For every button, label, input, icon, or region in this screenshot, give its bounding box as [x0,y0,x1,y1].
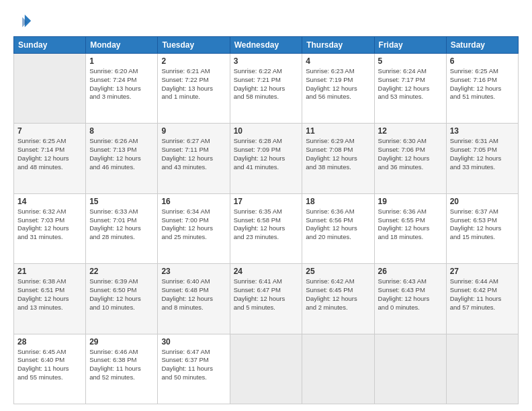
day-info: Sunrise: 6:37 AM Sunset: 6:53 PM Dayligh… [450,208,515,242]
day-cell: 6Sunrise: 6:25 AM Sunset: 7:16 PM Daylig… [446,54,518,124]
day-number: 20 [450,197,515,206]
logo [13,12,34,31]
day-number: 25 [306,267,370,276]
day-cell: 23Sunrise: 6:40 AM Sunset: 6:48 PM Dayli… [158,264,230,334]
weekday-header-wednesday: Wednesday [230,37,302,54]
day-info: Sunrise: 6:45 AM Sunset: 6:40 PM Dayligh… [17,348,82,382]
day-number: 21 [17,267,82,276]
day-cell: 10Sunrise: 6:28 AM Sunset: 7:09 PM Dayli… [230,124,302,193]
day-info: Sunrise: 6:30 AM Sunset: 7:06 PM Dayligh… [378,137,443,171]
day-cell [302,334,374,404]
day-number: 12 [378,126,443,136]
day-cell: 9Sunrise: 6:27 AM Sunset: 7:11 PM Daylig… [158,124,230,193]
day-info: Sunrise: 6:47 AM Sunset: 6:37 PM Dayligh… [161,348,226,382]
day-info: Sunrise: 6:32 AM Sunset: 7:03 PM Dayligh… [17,208,82,242]
day-cell: 19Sunrise: 6:36 AM Sunset: 6:55 PM Dayli… [374,193,446,263]
day-info: Sunrise: 6:25 AM Sunset: 7:16 PM Dayligh… [450,67,515,101]
day-info: Sunrise: 6:24 AM Sunset: 7:17 PM Dayligh… [378,67,443,101]
day-info: Sunrise: 6:26 AM Sunset: 7:13 PM Dayligh… [89,137,154,171]
weekday-row: SundayMondayTuesdayWednesdayThursdayFrid… [14,37,519,54]
page: SundayMondayTuesdayWednesdayThursdayFrid… [0,0,532,411]
day-number: 19 [378,197,443,206]
day-cell: 28Sunrise: 6:45 AM Sunset: 6:40 PM Dayli… [14,334,86,404]
day-cell: 21Sunrise: 6:38 AM Sunset: 6:51 PM Dayli… [14,264,86,334]
day-cell: 22Sunrise: 6:39 AM Sunset: 6:50 PM Dayli… [86,264,158,334]
day-number: 6 [450,56,515,66]
day-cell: 29Sunrise: 6:46 AM Sunset: 6:38 PM Dayli… [86,334,158,404]
day-number: 24 [234,267,299,276]
day-number: 17 [234,197,299,206]
day-cell: 27Sunrise: 6:44 AM Sunset: 6:42 PM Dayli… [446,264,518,334]
day-info: Sunrise: 6:40 AM Sunset: 6:48 PM Dayligh… [161,277,226,312]
logo-icon [13,12,32,31]
week-row-1: 1Sunrise: 6:20 AM Sunset: 7:24 PM Daylig… [14,54,519,124]
weekday-header-friday: Friday [374,37,446,54]
header [13,12,519,31]
day-info: Sunrise: 6:36 AM Sunset: 6:55 PM Dayligh… [378,208,443,242]
day-info: Sunrise: 6:28 AM Sunset: 7:09 PM Dayligh… [234,137,299,171]
day-number: 3 [234,56,299,66]
day-info: Sunrise: 6:39 AM Sunset: 6:50 PM Dayligh… [89,277,154,312]
day-number: 29 [89,337,154,347]
day-cell [230,334,302,404]
day-info: Sunrise: 6:22 AM Sunset: 7:21 PM Dayligh… [234,67,299,101]
day-info: Sunrise: 6:34 AM Sunset: 7:00 PM Dayligh… [161,208,226,242]
day-cell: 30Sunrise: 6:47 AM Sunset: 6:37 PM Dayli… [158,334,230,404]
day-cell [374,334,446,404]
day-number: 18 [306,197,370,206]
day-cell: 25Sunrise: 6:42 AM Sunset: 6:45 PM Dayli… [302,264,374,334]
day-cell: 14Sunrise: 6:32 AM Sunset: 7:03 PM Dayli… [14,193,86,263]
day-info: Sunrise: 6:20 AM Sunset: 7:24 PM Dayligh… [89,67,154,101]
day-info: Sunrise: 6:27 AM Sunset: 7:11 PM Dayligh… [161,137,226,171]
day-info: Sunrise: 6:23 AM Sunset: 7:19 PM Dayligh… [306,67,370,101]
week-row-4: 21Sunrise: 6:38 AM Sunset: 6:51 PM Dayli… [14,264,519,334]
calendar-header: SundayMondayTuesdayWednesdayThursdayFrid… [14,37,519,54]
weekday-header-sunday: Sunday [14,37,86,54]
day-info: Sunrise: 6:46 AM Sunset: 6:38 PM Dayligh… [89,348,154,382]
day-cell [446,334,518,404]
day-number: 5 [378,56,443,66]
day-cell: 5Sunrise: 6:24 AM Sunset: 7:17 PM Daylig… [374,54,446,124]
day-number: 8 [89,126,154,136]
day-cell: 20Sunrise: 6:37 AM Sunset: 6:53 PM Dayli… [446,193,518,263]
day-cell: 17Sunrise: 6:35 AM Sunset: 6:58 PM Dayli… [230,193,302,263]
day-cell: 7Sunrise: 6:25 AM Sunset: 7:14 PM Daylig… [14,124,86,193]
day-cell: 2Sunrise: 6:21 AM Sunset: 7:22 PM Daylig… [158,54,230,124]
day-cell: 1Sunrise: 6:20 AM Sunset: 7:24 PM Daylig… [86,54,158,124]
day-info: Sunrise: 6:44 AM Sunset: 6:42 PM Dayligh… [450,277,515,312]
week-row-3: 14Sunrise: 6:32 AM Sunset: 7:03 PM Dayli… [14,193,519,263]
weekday-header-saturday: Saturday [446,37,518,54]
day-number: 11 [306,126,370,136]
day-number: 23 [161,267,226,276]
weekday-header-tuesday: Tuesday [158,37,230,54]
day-info: Sunrise: 6:33 AM Sunset: 7:01 PM Dayligh… [89,208,154,242]
day-number: 4 [306,56,370,66]
day-info: Sunrise: 6:25 AM Sunset: 7:14 PM Dayligh… [17,137,82,171]
day-info: Sunrise: 6:38 AM Sunset: 6:51 PM Dayligh… [17,277,82,312]
day-info: Sunrise: 6:36 AM Sunset: 6:56 PM Dayligh… [306,208,370,242]
day-info: Sunrise: 6:21 AM Sunset: 7:22 PM Dayligh… [161,67,226,101]
day-info: Sunrise: 6:31 AM Sunset: 7:05 PM Dayligh… [450,137,515,171]
day-cell: 18Sunrise: 6:36 AM Sunset: 6:56 PM Dayli… [302,193,374,263]
day-cell: 8Sunrise: 6:26 AM Sunset: 7:13 PM Daylig… [86,124,158,193]
day-info: Sunrise: 6:35 AM Sunset: 6:58 PM Dayligh… [234,208,299,242]
day-cell: 13Sunrise: 6:31 AM Sunset: 7:05 PM Dayli… [446,124,518,193]
day-info: Sunrise: 6:29 AM Sunset: 7:08 PM Dayligh… [306,137,370,171]
day-number: 13 [450,126,515,136]
day-cell: 11Sunrise: 6:29 AM Sunset: 7:08 PM Dayli… [302,124,374,193]
day-cell: 12Sunrise: 6:30 AM Sunset: 7:06 PM Dayli… [374,124,446,193]
day-cell: 3Sunrise: 6:22 AM Sunset: 7:21 PM Daylig… [230,54,302,124]
day-info: Sunrise: 6:42 AM Sunset: 6:45 PM Dayligh… [306,277,370,312]
day-number: 14 [17,197,82,206]
day-number: 28 [17,337,82,347]
calendar: SundayMondayTuesdayWednesdayThursdayFrid… [13,36,519,404]
day-info: Sunrise: 6:43 AM Sunset: 6:43 PM Dayligh… [378,277,443,312]
week-row-5: 28Sunrise: 6:45 AM Sunset: 6:40 PM Dayli… [14,334,519,404]
weekday-header-thursday: Thursday [302,37,374,54]
day-cell: 15Sunrise: 6:33 AM Sunset: 7:01 PM Dayli… [86,193,158,263]
day-number: 2 [161,56,226,66]
day-cell: 26Sunrise: 6:43 AM Sunset: 6:43 PM Dayli… [374,264,446,334]
day-number: 9 [161,126,226,136]
day-number: 7 [17,126,82,136]
weekday-header-monday: Monday [86,37,158,54]
